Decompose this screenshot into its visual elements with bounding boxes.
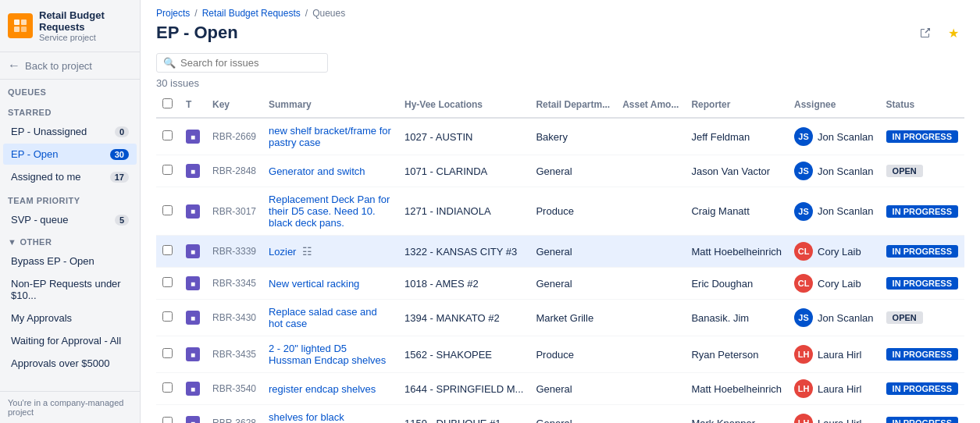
select-all-checkbox[interactable] — [162, 98, 173, 108]
breadcrumb-projects[interactable]: Projects — [156, 8, 190, 19]
row-checkbox[interactable] — [162, 417, 173, 423]
back-arrow-icon: ← — [8, 59, 20, 73]
row-checkbox-cell — [156, 118, 180, 155]
row-summary-cell: 2 - 20" lighted D5 Hussman Endcap shelve… — [262, 336, 398, 373]
avatar: JS — [794, 162, 813, 180]
row-assignee-cell: CL Cory Laib — [788, 236, 880, 268]
assignee-name: Laura Hirl — [818, 383, 861, 395]
row-checkbox[interactable] — [162, 277, 173, 287]
queues-section-label: Queues — [0, 80, 140, 100]
issues-count: 30 issues — [141, 77, 980, 92]
row-asset-cell — [616, 373, 685, 405]
search-box[interactable]: 🔍 — [156, 53, 328, 73]
external-link-button[interactable] — [914, 22, 936, 44]
sidebar-item-waiting-for-approval[interactable]: Waiting for Approval - All — [3, 330, 137, 351]
back-to-project-button[interactable]: ← Back to project — [0, 52, 140, 80]
summary-link[interactable]: Replace salad case and hot case — [269, 306, 377, 329]
row-checkbox[interactable] — [162, 348, 173, 358]
sidebar-item-badge: 0 — [115, 126, 129, 137]
status-badge: IN PROGRESS — [886, 277, 958, 290]
row-type-cell: ■ — [180, 373, 206, 405]
svg-rect-3 — [21, 27, 27, 32]
sidebar-item-bypass-ep-open[interactable]: Bypass EP - Open — [3, 251, 137, 272]
row-reporter-cell: Ryan Peterson — [685, 336, 788, 373]
summary-link[interactable]: register endcap shelves — [269, 383, 376, 395]
table-row: ■ RBR-3339 Lozier ☷ 1322 - KANSAS CITY #… — [156, 236, 964, 268]
breadcrumb-retail-budget-requests[interactable]: Retail Budget Requests — [202, 8, 301, 19]
row-key-cell: RBR-2669 — [206, 118, 262, 155]
column-asset: Asset Amo... — [616, 92, 685, 118]
row-asset-cell — [616, 405, 685, 424]
row-checkbox-cell — [156, 268, 180, 300]
row-reporter-cell: Eric Doughan — [685, 268, 788, 300]
summary-link[interactable]: Generator and switch — [269, 165, 365, 177]
search-input[interactable] — [180, 57, 321, 69]
row-assignee-cell: LH Laura Hirl — [788, 405, 880, 424]
row-status-cell: IN PROGRESS — [880, 187, 964, 236]
row-asset-cell — [616, 118, 685, 155]
column-checkbox — [156, 92, 180, 118]
sidebar-item-label: EP - Unassigned — [11, 126, 87, 137]
row-dept-cell: General — [529, 405, 616, 424]
row-checkbox[interactable] — [162, 130, 173, 140]
row-status-cell: IN PROGRESS — [880, 118, 964, 155]
sidebar-item-non-ep-requests[interactable]: Non-EP Requests under $10... — [3, 273, 137, 306]
sidebar-item-my-approvals[interactable]: My Approvals — [3, 307, 137, 329]
search-icon: 🔍 — [163, 57, 176, 69]
sidebar-item-assigned-to-me[interactable]: Assigned to me 17 — [3, 166, 137, 187]
row-status-cell: IN PROGRESS — [880, 336, 964, 373]
row-checkbox[interactable] — [162, 382, 173, 393]
issue-type-icon: ■ — [186, 347, 200, 361]
row-dept-cell: General — [529, 236, 616, 268]
row-location-cell: 1018 - AMES #2 — [398, 268, 529, 300]
sidebar-footer: You're in a company-managed project — [0, 391, 140, 423]
row-checkbox[interactable] — [162, 165, 173, 175]
row-checkbox[interactable] — [162, 245, 173, 255]
avatar: JS — [794, 308, 813, 327]
row-assignee-cell: LH Laura Hirl — [788, 373, 880, 405]
column-department: Retail Departm... — [529, 92, 616, 118]
summary-link[interactable]: New vertical racking — [269, 278, 359, 290]
summary-link[interactable]: Replacement Deck Pan for their D5 case. … — [269, 194, 390, 229]
summary-link[interactable]: shelves for black checkstand end — [269, 411, 344, 423]
issues-table-container: T Key Summary Hy-Vee Locations Retail De… — [141, 92, 980, 423]
status-badge: IN PROGRESS — [886, 348, 958, 361]
row-type-cell: ■ — [180, 405, 206, 424]
starred-section-label: Starred — [0, 100, 140, 120]
row-key-cell: RBR-3345 — [206, 268, 262, 300]
row-checkbox[interactable] — [162, 205, 173, 215]
row-key-cell: RBR-3435 — [206, 336, 262, 373]
assignee-name: Jon Scanlan — [818, 312, 874, 324]
sidebar-item-approvals-over-5000[interactable]: Approvals over $5000 — [3, 353, 137, 374]
summary-link[interactable]: Lozier — [269, 246, 296, 258]
sidebar-item-ep-unassigned[interactable]: EP - Unassigned 0 — [3, 121, 137, 142]
row-location-cell: 1562 - SHAKOPEE — [398, 336, 529, 373]
table-row: ■ RBR-2848 Generator and switch 1071 - C… — [156, 155, 964, 187]
sidebar-item-ep-open[interactable]: EP - Open 30 — [3, 144, 137, 165]
issue-type-icon: ■ — [186, 164, 200, 178]
row-type-cell: ■ — [180, 268, 206, 300]
row-reporter-cell: Banasik. Jim — [685, 300, 788, 336]
app-logo-icon — [8, 13, 33, 38]
star-button[interactable]: ★ — [943, 22, 964, 44]
row-summary-cell: Replacement Deck Pan for their D5 case. … — [262, 187, 398, 236]
row-summary-cell: shelves for black checkstand end — [262, 405, 398, 424]
table-row: ■ RBR-3435 2 - 20" lighted D5 Hussman En… — [156, 336, 964, 373]
other-section-toggle[interactable]: ▼ Other — [0, 231, 140, 250]
back-to-project-label: Back to project — [25, 60, 92, 72]
sidebar-item-badge: 17 — [110, 172, 129, 183]
summary-link[interactable]: new shelf bracket/frame for pastry case — [269, 125, 391, 148]
toolbar: 🔍 — [141, 50, 980, 77]
summary-link[interactable]: 2 - 20" lighted D5 Hussman Endcap shelve… — [269, 343, 386, 366]
row-asset-cell — [616, 187, 685, 236]
sidebar-item-svp-queue[interactable]: SVP - queue 5 — [3, 209, 137, 230]
app-subtitle: Service project — [39, 33, 132, 42]
row-checkbox[interactable] — [162, 311, 173, 322]
table-row: ■ RBR-3345 New vertical racking 1018 - A… — [156, 268, 964, 300]
column-assignee: Assignee — [788, 92, 880, 118]
row-asset-cell — [616, 268, 685, 300]
row-dept-cell: Bakery — [529, 118, 616, 155]
row-status-cell: IN PROGRESS — [880, 236, 964, 268]
column-summary: Summary — [262, 92, 398, 118]
status-badge: IN PROGRESS — [886, 382, 958, 395]
